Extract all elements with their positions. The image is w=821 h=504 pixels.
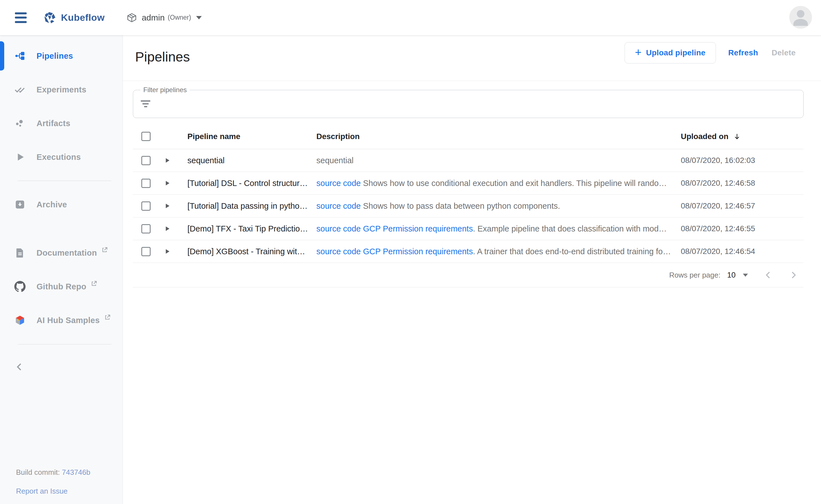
sidebar-item-label: Archive: [37, 200, 67, 209]
pipeline-name-cell[interactable]: [Demo] TFX - Taxi Tip Predictio…: [179, 224, 308, 233]
sidebar-divider: [18, 181, 111, 181]
description-text: . Example pipeline that does classificat…: [473, 224, 667, 233]
delete-button[interactable]: Delete: [766, 43, 801, 62]
row-checkbox[interactable]: [141, 156, 151, 165]
description-link[interactable]: source code GCP Permission requirements: [316, 224, 473, 233]
rows-per-page-caret-icon[interactable]: [743, 274, 748, 277]
sidebar-item-label: AI Hub Samples: [37, 316, 100, 325]
document-icon: [14, 247, 26, 259]
sidebar: Pipelines Experiments Artifacts Executio…: [0, 35, 123, 504]
person-icon: [789, 6, 812, 29]
sidebar-item-ai-hub-samples[interactable]: AI Hub Samples: [0, 303, 123, 337]
sidebar-item-pipelines[interactable]: Pipelines: [0, 39, 123, 73]
avatar[interactable]: [789, 6, 812, 29]
filter-icon: [140, 100, 151, 109]
upload-pipeline-label: Upload pipeline: [646, 48, 705, 57]
toolbar: + Upload pipeline Refresh Delete: [625, 42, 801, 64]
filter-label: Filter pipelines: [140, 86, 190, 94]
column-header-pipeline-name[interactable]: Pipeline name: [179, 132, 308, 141]
sidebar-item-label: Documentation: [37, 248, 97, 258]
sidebar-item-label: Pipelines: [37, 51, 73, 61]
description-link[interactable]: source code GCP Permission requirements: [316, 247, 473, 256]
refresh-button[interactable]: Refresh: [723, 43, 763, 62]
kubeflow-logo-icon: [43, 11, 56, 24]
description-text: sequential: [316, 156, 353, 165]
artifacts-icon: [14, 117, 26, 129]
sidebar-item-documentation[interactable]: Documentation: [0, 236, 123, 270]
description-link[interactable]: source code: [316, 179, 361, 188]
sidebar-divider: [18, 344, 111, 344]
row-checkbox[interactable]: [141, 247, 151, 256]
report-issue-link[interactable]: Report an Issue: [16, 487, 68, 495]
namespace-name: admin: [142, 13, 165, 22]
uploaded-on-cell: 08/07/2020, 12:46:58: [672, 179, 804, 188]
sidebar-item-artifacts[interactable]: Artifacts: [0, 106, 123, 140]
row-expand-icon[interactable]: [166, 204, 169, 208]
namespace-cube-icon: [126, 12, 137, 23]
brand-title: Kubeflow: [61, 12, 105, 23]
description-text: Shows how to use conditional execution a…: [361, 179, 667, 188]
uploaded-on-cell: 08/07/2020, 12:46:55: [672, 224, 804, 233]
sidebar-item-label: Executions: [37, 153, 81, 162]
pipelines-table: Pipeline name Description Uploaded on se…: [133, 124, 804, 287]
table-row: [Demo] TFX - Taxi Tip Predictio… source …: [133, 217, 804, 240]
row-checkbox[interactable]: [141, 201, 151, 211]
table-body: sequential sequential 08/07/2020, 16:02:…: [133, 149, 804, 263]
app-header: Kubeflow admin (Owner): [0, 0, 821, 35]
column-header-uploaded-on[interactable]: Uploaded on: [672, 132, 804, 141]
sidebar-item-github-repo[interactable]: Github Repo: [0, 270, 123, 303]
table-header-row: Pipeline name Description Uploaded on: [133, 124, 804, 149]
header-divider: [123, 81, 821, 81]
description-cell: sequential: [308, 156, 672, 165]
table-row: [Demo] XGBoost - Training wit… source co…: [133, 240, 804, 263]
description-link[interactable]: source code: [316, 201, 361, 210]
column-header-description: Description: [308, 132, 672, 141]
sidebar-item-archive[interactable]: Archive: [0, 188, 123, 221]
github-icon: [14, 281, 26, 292]
sidebar-item-label: Experiments: [37, 85, 86, 94]
row-checkbox[interactable]: [141, 179, 151, 188]
row-expand-icon[interactable]: [166, 158, 169, 163]
experiments-icon: [14, 84, 26, 96]
sort-descending-icon: [733, 133, 741, 140]
pipeline-name-cell[interactable]: sequential: [179, 156, 308, 165]
pagination-bar: Rows per page: 10: [133, 263, 804, 287]
namespace-selector[interactable]: admin (Owner): [126, 12, 202, 23]
build-commit-link[interactable]: 743746b: [62, 468, 90, 476]
external-link-icon: [101, 246, 108, 255]
ai-hub-cube-icon: [14, 314, 26, 326]
previous-page-button[interactable]: [763, 270, 773, 280]
rows-per-page-value[interactable]: 10: [727, 271, 736, 280]
plus-icon: +: [635, 47, 642, 58]
sidebar-spacer: [0, 221, 123, 236]
uploaded-on-cell: 08/07/2020, 16:02:03: [672, 156, 804, 165]
sidebar-item-executions[interactable]: Executions: [0, 140, 123, 174]
upload-pipeline-button[interactable]: + Upload pipeline: [625, 42, 716, 63]
description-text: Shows how to pass data between python co…: [361, 201, 560, 210]
description-cell: source code GCP Permission requirements.…: [308, 224, 672, 233]
row-checkbox[interactable]: [141, 224, 151, 233]
pipeline-name-cell[interactable]: [Tutorial] DSL - Control structur…: [179, 179, 308, 188]
sidebar-collapse-button[interactable]: [0, 356, 123, 378]
rows-per-page-label: Rows per page:: [669, 271, 720, 280]
next-page-button[interactable]: [788, 270, 799, 280]
archive-icon: [14, 199, 26, 210]
row-expand-icon[interactable]: [166, 226, 169, 231]
pipeline-name-cell[interactable]: [Tutorial] Data passing in pytho…: [179, 201, 308, 211]
table-row: sequential sequential 08/07/2020, 16:02:…: [133, 149, 804, 172]
row-expand-icon[interactable]: [166, 181, 169, 185]
chevron-left-icon: [14, 362, 25, 372]
external-link-icon: [90, 280, 97, 288]
filter-input[interactable]: [156, 96, 796, 113]
sidebar-item-label: Artifacts: [37, 119, 70, 128]
pipeline-name-cell[interactable]: [Demo] XGBoost - Training wit…: [179, 247, 308, 256]
menu-icon[interactable]: [15, 12, 27, 23]
pipelines-icon: [14, 50, 26, 62]
table-row: [Tutorial] DSL - Control structur… sourc…: [133, 172, 804, 195]
select-all-checkbox[interactable]: [141, 132, 151, 141]
description-cell: source code GCP Permission requirements.…: [308, 247, 672, 256]
sidebar-item-experiments[interactable]: Experiments: [0, 73, 123, 106]
uploaded-on-cell: 08/07/2020, 12:46:57: [672, 201, 804, 210]
table-row: [Tutorial] Data passing in pytho… source…: [133, 195, 804, 217]
row-expand-icon[interactable]: [166, 249, 169, 254]
